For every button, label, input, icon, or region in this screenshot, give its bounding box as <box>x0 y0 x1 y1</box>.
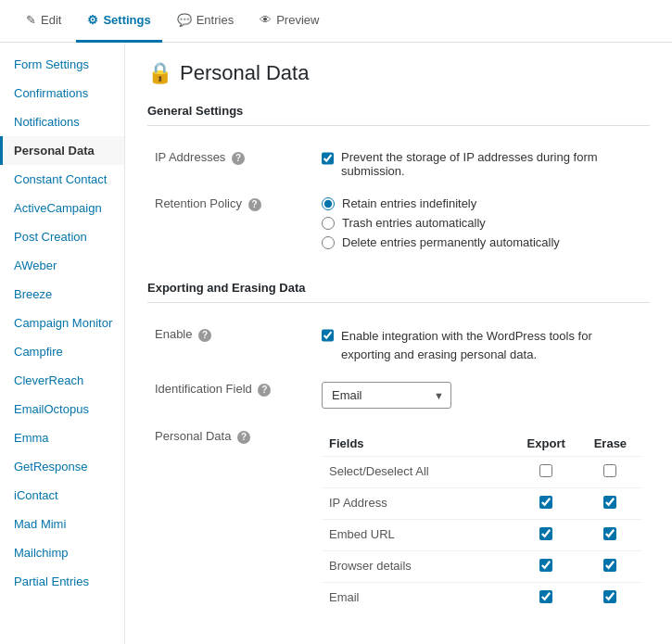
export-checkbox[interactable] <box>539 559 552 572</box>
retain-label: Retain entries indefinitely <box>342 196 476 210</box>
sidebar-item-cleverreach[interactable]: CleverReach <box>0 366 124 395</box>
sidebar-item-constant-contact[interactable]: Constant Contact <box>0 165 124 194</box>
erase-header: Erase <box>578 431 642 457</box>
trash-label: Trash entries automatically <box>342 216 486 230</box>
field-cell: Select/Deselect All <box>322 457 514 488</box>
sidebar-item-personal-data[interactable]: Personal Data <box>0 136 124 165</box>
general-settings-section: General Settings IP Addresses ? Prevent … <box>147 104 650 259</box>
identification-select[interactable]: Email <box>322 382 451 409</box>
export-cell <box>514 551 578 583</box>
retention-policy-help-icon[interactable]: ? <box>248 198 261 211</box>
sidebar-item-notifications[interactable]: Notifications <box>0 107 124 136</box>
export-checkbox[interactable] <box>539 527 552 540</box>
erase-cell <box>578 520 642 551</box>
erase-cell <box>578 488 642 520</box>
sidebar-item-form-settings[interactable]: Form Settings <box>0 50 124 79</box>
export-checkbox[interactable] <box>539 590 552 603</box>
ip-addresses-label: IP Addresses <box>155 150 225 164</box>
sidebar-item-confirmations[interactable]: Confirmations <box>0 79 124 107</box>
exporting-header: Exporting and Erasing Data <box>147 281 650 303</box>
settings-icon: ⚙ <box>87 13 98 27</box>
export-cell <box>514 520 578 551</box>
field-cell: Browser details <box>322 551 514 583</box>
personal-data-table: Fields Export Erase Select/Deselect AllI… <box>322 431 642 613</box>
erase-cell <box>578 583 642 614</box>
personal-data-label: Personal Data <box>155 429 231 443</box>
sidebar-item-getresponse[interactable]: GetResponse <box>0 452 124 481</box>
export-checkbox[interactable] <box>539 496 552 509</box>
nav-settings-label: Settings <box>103 13 150 27</box>
enable-help-icon[interactable]: ? <box>198 329 211 342</box>
export-cell <box>514 583 578 614</box>
delete-radio[interactable] <box>322 236 335 249</box>
main-content: 🔒 Personal Data General Settings IP Addr… <box>125 43 672 644</box>
erase-checkbox[interactable] <box>603 496 616 509</box>
ip-addresses-row: Prevent the storage of IP addresses duri… <box>322 150 642 178</box>
export-header: Export <box>514 431 578 457</box>
exporting-table: Enable ? Enable integration with the Wor… <box>147 318 650 623</box>
field-cell: Embed URL <box>322 520 514 551</box>
retention-policy-label: Retention Policy <box>155 196 242 210</box>
table-row: IP Address <box>322 488 642 520</box>
edit-icon: ✎ <box>26 13 36 27</box>
table-row: Embed URL <box>322 520 642 551</box>
retention-policy-group: Retain entries indefinitely Trash entrie… <box>322 196 642 249</box>
field-cell: IP Address <box>322 488 514 520</box>
erase-checkbox[interactable] <box>603 464 616 477</box>
nav-preview-label: Preview <box>276 13 319 27</box>
sidebar-item-mailchimp[interactable]: Mailchimp <box>0 538 124 567</box>
ip-addresses-text: Prevent the storage of IP addresses duri… <box>341 150 642 178</box>
sidebar-item-icontact[interactable]: iContact <box>0 481 124 510</box>
sidebar-item-mad-mimi[interactable]: Mad Mimi <box>0 510 124 538</box>
ip-addresses-help-icon[interactable]: ? <box>232 152 245 165</box>
enable-row: Enable integration with the WordPress to… <box>322 327 642 363</box>
erase-cell <box>578 457 642 488</box>
enable-text: Enable integration with the WordPress to… <box>341 327 642 363</box>
nav-edit-label: Edit <box>41 13 61 27</box>
field-cell: Email <box>322 583 514 614</box>
erase-cell <box>578 551 642 583</box>
identification-help-icon[interactable]: ? <box>258 384 271 397</box>
erase-checkbox[interactable] <box>603 527 616 540</box>
general-settings-header: General Settings <box>147 104 650 126</box>
export-cell <box>514 457 578 488</box>
sidebar-item-partial-entries[interactable]: Partial Entries <box>0 567 124 596</box>
top-nav: ✎ Edit ⚙ Settings 💬 Entries 👁 Preview <box>0 0 672 43</box>
delete-label: Delete entries permanently automatically <box>342 235 560 249</box>
table-row: Email <box>322 583 642 614</box>
table-row: Select/Deselect All <box>322 457 642 488</box>
enable-checkbox[interactable] <box>322 329 334 342</box>
retain-radio[interactable] <box>322 197 335 210</box>
nav-settings[interactable]: ⚙ Settings <box>76 0 161 43</box>
nav-edit[interactable]: ✎ Edit <box>15 0 72 43</box>
sidebar-item-breeze[interactable]: Breeze <box>0 280 124 309</box>
erase-checkbox[interactable] <box>603 590 616 603</box>
sidebar-item-campaign-monitor[interactable]: Campaign Monitor <box>0 309 124 337</box>
sidebar-item-aweber[interactable]: AWeber <box>0 251 124 280</box>
personal-data-help-icon[interactable]: ? <box>237 431 250 444</box>
sidebar-item-campfire[interactable]: Campfire <box>0 337 124 366</box>
fields-header: Fields <box>322 431 514 457</box>
sidebar-item-post-creation[interactable]: Post Creation <box>0 222 124 251</box>
page-title: 🔒 Personal Data <box>147 61 650 85</box>
nav-entries[interactable]: 💬 Entries <box>166 0 245 43</box>
trash-radio[interactable] <box>322 217 335 230</box>
sidebar-item-emailoctopus[interactable]: EmailOctopus <box>0 395 124 423</box>
identification-label: Identification Field <box>155 382 252 396</box>
enable-label: Enable <box>155 327 192 341</box>
nav-preview[interactable]: 👁 Preview <box>248 0 330 43</box>
exporting-section: Exporting and Erasing Data Enable ? Enab… <box>147 281 650 623</box>
export-cell <box>514 488 578 520</box>
table-row: Browser details <box>322 551 642 583</box>
nav-entries-label: Entries <box>197 13 234 27</box>
erase-checkbox[interactable] <box>603 559 616 572</box>
identification-select-wrapper: Email ▼ <box>322 382 451 409</box>
lock-icon: 🔒 <box>147 61 172 85</box>
entries-icon: 💬 <box>177 13 192 27</box>
sidebar-item-activecampaign[interactable]: ActiveCampaign <box>0 194 124 222</box>
ip-addresses-checkbox[interactable] <box>322 152 334 165</box>
preview-icon: 👁 <box>260 13 272 27</box>
export-checkbox[interactable] <box>539 464 552 477</box>
sidebar: Form Settings Confirmations Notification… <box>0 43 125 644</box>
sidebar-item-emma[interactable]: Emma <box>0 423 124 452</box>
